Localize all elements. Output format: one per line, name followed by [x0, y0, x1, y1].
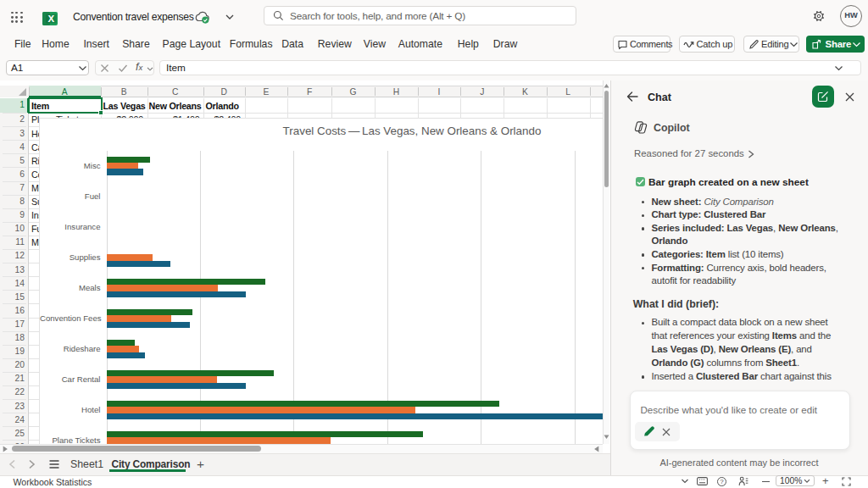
- svg-text:X: X: [47, 14, 54, 24]
